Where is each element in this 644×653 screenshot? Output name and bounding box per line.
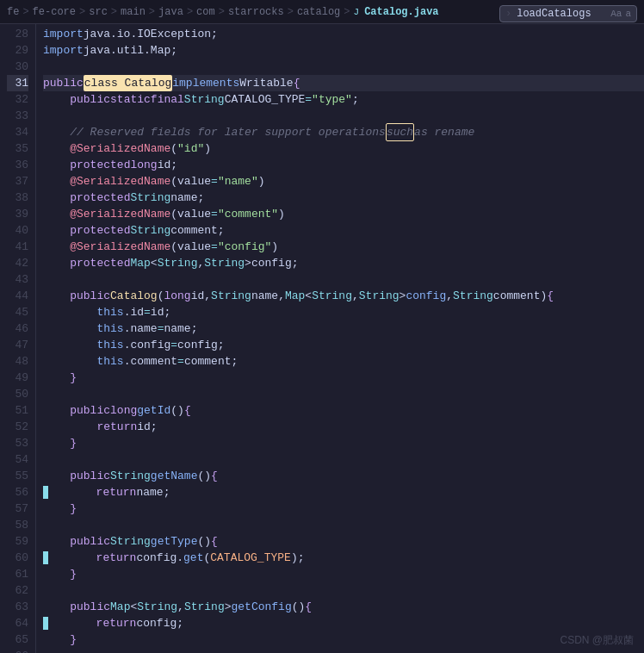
code-line-36: protected long id; (43, 157, 644, 173)
bc-main[interactable]: main (121, 6, 146, 18)
code-line-42: protected Map<String, String> config; (43, 255, 644, 271)
search-query-text: loadCatalogs (517, 8, 591, 20)
search-chevron-icon: › (505, 8, 511, 20)
code-line-44: public Catalog(long id, String name, Map… (43, 288, 644, 304)
code-area: 28 29 30 31 32 33 34 35 36 37 38 39 40 4… (0, 24, 644, 653)
bc-java[interactable]: java (158, 6, 183, 18)
code-line-38: protected String name; (43, 190, 644, 206)
code-line-61: } (43, 566, 644, 582)
code-line-32: public static final String CATALOG_TYPE … (43, 91, 644, 108)
code-line-53: } (43, 435, 644, 451)
code-line-30 (43, 59, 644, 75)
file-type-icon: J (354, 7, 360, 17)
code-line-54 (43, 451, 644, 468)
code-line-51: public long getId() { (43, 402, 644, 419)
code-line-35: @SerializedName("id") (43, 140, 644, 157)
search-actions: Aa a (610, 9, 631, 19)
code-line-65: } (43, 631, 644, 648)
bc-catalog[interactable]: catalog (297, 6, 340, 18)
code-line-43 (43, 271, 644, 288)
code-line-48: this.comment = comment; (43, 353, 644, 370)
code-line-34: // Reserved fields for later support ope… (43, 124, 644, 140)
watermark: CSDN @肥叔菌 (560, 633, 634, 648)
code-line-46: this.name = name; (43, 320, 644, 337)
bc-src[interactable]: src (89, 6, 108, 18)
code-line-60: return config.get(CATALOG_TYPE); (43, 550, 644, 566)
code-line-50 (43, 386, 644, 402)
code-line-40: protected String comment; (43, 222, 644, 239)
bc-fe[interactable]: fe (7, 6, 19, 18)
bc-filename[interactable]: Catalog.java (364, 6, 438, 18)
code-line-57: } (43, 501, 644, 517)
bc-fecore[interactable]: fe-core (33, 6, 76, 18)
code-line-29: import java.util.Map; (43, 42, 644, 59)
code-line-55: public String getName() { (43, 468, 644, 484)
code-line-31: public class Catalog implements Writable… (43, 75, 644, 91)
code-line-33 (43, 108, 644, 124)
code-line-59: public String getType() { (43, 533, 644, 550)
line-numbers: 28 29 30 31 32 33 34 35 36 37 38 39 40 4… (0, 24, 36, 653)
code-line-66 (43, 648, 644, 653)
search-widget[interactable]: › loadCatalogs Aa a (499, 5, 637, 22)
code-line-64: return config; (43, 615, 644, 631)
code-line-41: @SerializedName(value = "config") (43, 239, 644, 255)
bc-com[interactable]: com (196, 6, 215, 18)
code-line-52: return id; (43, 419, 644, 435)
code-line-45: this.id = id; (43, 304, 644, 320)
code-line-28: import java.io.IOException; (43, 26, 644, 42)
code-line-62 (43, 582, 644, 599)
code-line-58 (43, 517, 644, 533)
code-line-63: public Map<String, String> getConfig() { (43, 599, 644, 615)
code-content[interactable]: import java.io.IOException; import java.… (36, 24, 644, 653)
code-line-39: @SerializedName(value = "comment") (43, 206, 644, 222)
code-line-56: return name; (43, 484, 644, 501)
breadcrumb: fe > fe-core > src > main > java > com >… (0, 0, 644, 24)
code-line-49: } (43, 370, 644, 386)
code-line-47: this.config = config; (43, 337, 644, 353)
code-line-37: @SerializedName(value = "name") (43, 173, 644, 190)
bc-starrocks[interactable]: starrocks (228, 6, 284, 18)
search-case-sensitive[interactable]: Aa (610, 9, 622, 19)
search-word[interactable]: a (625, 9, 631, 19)
